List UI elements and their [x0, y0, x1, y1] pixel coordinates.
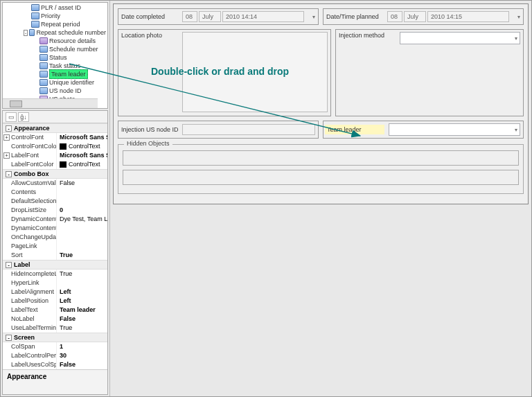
prop-row[interactable]: LabelAlignmentLeft: [3, 288, 107, 297]
prop-value[interactable]: ControlText: [57, 142, 107, 151]
prop-value[interactable]: False: [57, 360, 107, 369]
prop-row[interactable]: UseLabelTerminatoTrue: [3, 324, 107, 333]
prop-category[interactable]: -Appearance: [3, 123, 107, 133]
tree-item[interactable]: Repeat period: [3, 20, 107, 28]
prop-row[interactable]: OnChangeUpdate: [3, 233, 107, 242]
prop-value[interactable]: True: [57, 251, 107, 260]
tree-h-scrollbar[interactable]: [3, 98, 98, 108]
field-date-completed[interactable]: Date completed 08 July 2010 14:14 ▾: [118, 8, 319, 25]
hidden-slot[interactable]: [123, 170, 519, 185]
tree-node-icon: [39, 71, 48, 78]
tree-item-label: Schedule number: [49, 45, 98, 53]
propgrid-description: Appearance: [3, 369, 107, 394]
prop-category[interactable]: -Combo Box: [3, 169, 107, 179]
prop-row[interactable]: SortTrue: [3, 251, 107, 260]
prop-row[interactable]: DefaultSelection: [3, 197, 107, 206]
prop-row[interactable]: +LabelFontMicrosoft Sans Ser: [3, 151, 107, 160]
date-day[interactable]: 08: [387, 11, 402, 22]
calendar-icon[interactable]: ▾: [511, 14, 520, 20]
prop-name: ColSpan: [3, 342, 57, 351]
prop-value[interactable]: False: [57, 179, 107, 188]
tree-item[interactable]: Priority: [3, 12, 107, 20]
prop-row[interactable]: LabelFontColorControlText: [3, 160, 107, 169]
prop-row[interactable]: LabelPositionLeft: [3, 297, 107, 306]
chevron-down-icon: ▾: [515, 35, 517, 42]
prop-value[interactable]: Left: [57, 297, 107, 306]
tree-expando-icon[interactable]: -: [24, 30, 28, 36]
prop-value[interactable]: False: [57, 315, 107, 324]
prop-value[interactable]: Team leader: [57, 306, 107, 315]
date-yeartime[interactable]: 2010 14:15: [427, 11, 509, 22]
field-date-time-planned[interactable]: Date/Time planned 08 July 2010 14:15 ▾: [323, 8, 524, 25]
propgrid-toolbar: ▭ ĝ↓: [3, 111, 107, 123]
tree-item[interactable]: Team leader: [3, 70, 107, 78]
tree-item-label: Status: [49, 53, 67, 62]
prop-row[interactable]: HideIncompleteLabTrue: [3, 270, 107, 279]
team-leader-combo[interactable]: ▾: [389, 123, 520, 136]
date-day[interactable]: 08: [182, 11, 197, 22]
prop-value[interactable]: ControlText: [57, 160, 107, 169]
field-injection-method[interactable]: Injection method ▾: [335, 29, 524, 116]
field-injection-us-node-id[interactable]: Injection US node ID: [118, 121, 319, 139]
prop-row[interactable]: AllowCustomValueFalse: [3, 179, 107, 188]
categorized-button[interactable]: ▭: [6, 112, 17, 122]
prop-name: OnChangeUpdate: [3, 233, 57, 242]
prop-row[interactable]: DropListSize0: [3, 206, 107, 215]
prop-value[interactable]: True: [57, 324, 107, 333]
hidden-slot[interactable]: [123, 150, 519, 166]
prop-category[interactable]: -Label: [3, 260, 107, 270]
prop-row[interactable]: LabelTextTeam leader: [3, 306, 107, 315]
tree-item[interactable]: -Repeat schedule number: [3, 28, 107, 37]
prop-value[interactable]: 0: [57, 206, 107, 215]
tree-item[interactable]: PLR / asset ID: [3, 3, 107, 12]
prop-value[interactable]: Microsoft Sans Ser: [57, 133, 107, 142]
sort-button[interactable]: ĝ↓: [18, 112, 29, 122]
field-label: Injection US node ID: [121, 126, 182, 133]
form-designer[interactable]: Date completed 08 July 2010 14:14 ▾ Date…: [113, 3, 529, 204]
prop-row[interactable]: HyperLink: [3, 279, 107, 288]
tree-item[interactable]: Schedule number: [3, 45, 107, 53]
prop-value[interactable]: Dye Test, Team Leade: [57, 215, 107, 224]
prop-value[interactable]: True: [57, 270, 107, 279]
prop-value[interactable]: 30: [57, 351, 107, 360]
prop-category[interactable]: -Screen: [3, 333, 107, 342]
tree-item[interactable]: US node ID: [3, 87, 107, 95]
date-month[interactable]: July: [404, 11, 426, 22]
tree-item[interactable]: Status: [3, 53, 107, 62]
date-yeartime[interactable]: 2010 14:14: [222, 11, 304, 22]
prop-row[interactable]: DynamicContentsK: [3, 224, 107, 233]
prop-value[interactable]: Left: [57, 288, 107, 297]
injection-method-combo[interactable]: ▾: [400, 32, 520, 44]
prop-value[interactable]: [57, 224, 107, 233]
prop-row[interactable]: LabelUsesColSpanFalse: [3, 360, 107, 369]
prop-value[interactable]: 1: [57, 342, 107, 351]
prop-row[interactable]: Contents: [3, 188, 107, 197]
calendar-icon[interactable]: ▾: [305, 14, 315, 20]
prop-row[interactable]: ControlFontColorControlText: [3, 142, 107, 151]
prop-row[interactable]: NoLabelFalse: [3, 315, 107, 324]
prop-value[interactable]: [57, 188, 107, 197]
color-swatch: [60, 143, 66, 150]
tree-item[interactable]: Resource details: [3, 37, 107, 45]
us-node-id-input[interactable]: [182, 124, 315, 135]
prop-row[interactable]: PageLink: [3, 242, 107, 251]
tree-node-icon: [39, 54, 48, 61]
prop-value[interactable]: [57, 233, 107, 242]
field-location-photo[interactable]: Location photo: [118, 29, 331, 116]
prop-row[interactable]: ColSpan1: [3, 342, 107, 351]
prop-row[interactable]: +ControlFontMicrosoft Sans Ser: [3, 133, 107, 142]
tree-node-icon: [39, 62, 48, 69]
date-month[interactable]: July: [199, 11, 221, 22]
prop-row[interactable]: LabelControlPercer30: [3, 351, 107, 360]
prop-name: DynamicContents: [3, 215, 57, 224]
prop-name: DynamicContentsK: [3, 224, 57, 233]
prop-value[interactable]: [57, 197, 107, 206]
prop-value[interactable]: [57, 242, 107, 251]
field-team-leader[interactable]: Team leader ▾: [323, 121, 524, 139]
tree-item[interactable]: Unique identifier: [3, 78, 107, 87]
tree-view[interactable]: PLR / asset IDPriorityRepeat period-Repe…: [2, 2, 108, 109]
prop-value[interactable]: Microsoft Sans Ser: [57, 151, 107, 160]
prop-value[interactable]: [57, 279, 107, 288]
prop-name: HyperLink: [3, 279, 57, 288]
prop-row[interactable]: DynamicContentsDye Test, Team Leade: [3, 215, 107, 224]
